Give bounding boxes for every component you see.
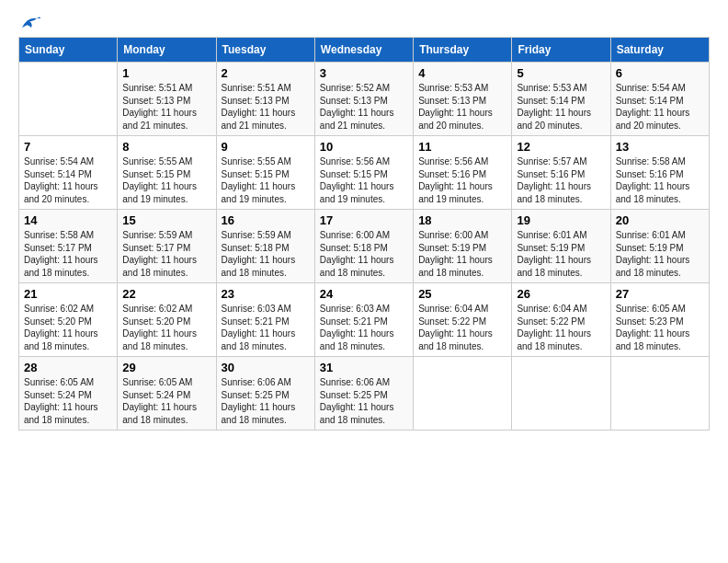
header-saturday: Saturday xyxy=(610,38,709,63)
week-row-2: 7 Sunrise: 5:54 AM Sunset: 5:14 PM Dayli… xyxy=(19,136,710,210)
day-number: 22 xyxy=(122,287,210,301)
page-header xyxy=(18,18,710,28)
calendar-header-row: SundayMondayTuesdayWednesdayThursdayFrid… xyxy=(19,38,710,63)
week-row-3: 14 Sunrise: 5:58 AM Sunset: 5:17 PM Dayl… xyxy=(19,210,710,283)
day-info: Sunrise: 5:51 AM Sunset: 5:13 PM Dayligh… xyxy=(222,82,310,132)
day-cell: 23 Sunrise: 6:03 AM Sunset: 5:21 PM Dayl… xyxy=(216,283,314,357)
day-number: 9 xyxy=(222,140,310,154)
day-cell: 5 Sunrise: 5:53 AM Sunset: 5:14 PM Dayli… xyxy=(512,63,610,136)
day-info: Sunrise: 6:06 AM Sunset: 5:25 PM Dayligh… xyxy=(320,376,408,426)
day-number: 21 xyxy=(24,287,112,301)
day-info: Sunrise: 5:55 AM Sunset: 5:15 PM Dayligh… xyxy=(222,155,310,205)
day-number: 17 xyxy=(320,213,408,227)
day-cell: 19 Sunrise: 6:01 AM Sunset: 5:19 PM Dayl… xyxy=(512,210,610,283)
day-cell xyxy=(414,357,512,431)
day-info: Sunrise: 5:55 AM Sunset: 5:15 PM Dayligh… xyxy=(122,155,210,205)
day-cell xyxy=(512,357,610,431)
day-info: Sunrise: 5:53 AM Sunset: 5:13 PM Dayligh… xyxy=(418,82,506,132)
day-cell: 11 Sunrise: 5:56 AM Sunset: 5:16 PM Dayl… xyxy=(414,136,512,210)
header-monday: Monday xyxy=(118,38,216,63)
day-number: 11 xyxy=(418,140,506,154)
day-info: Sunrise: 5:58 AM Sunset: 5:16 PM Dayligh… xyxy=(616,155,704,205)
day-info: Sunrise: 6:06 AM Sunset: 5:25 PM Dayligh… xyxy=(222,376,310,426)
day-info: Sunrise: 5:54 AM Sunset: 5:14 PM Dayligh… xyxy=(616,82,704,132)
header-thursday: Thursday xyxy=(414,38,512,63)
header-friday: Friday xyxy=(512,38,610,63)
day-number: 14 xyxy=(24,213,112,227)
day-cell: 2 Sunrise: 5:51 AM Sunset: 5:13 PM Dayli… xyxy=(216,63,314,136)
day-cell: 21 Sunrise: 6:02 AM Sunset: 5:20 PM Dayl… xyxy=(19,283,118,357)
day-number: 7 xyxy=(24,140,112,154)
week-row-5: 28 Sunrise: 6:05 AM Sunset: 5:24 PM Dayl… xyxy=(19,357,710,431)
day-number: 28 xyxy=(24,361,112,374)
day-number: 20 xyxy=(616,213,704,227)
day-info: Sunrise: 5:56 AM Sunset: 5:16 PM Dayligh… xyxy=(418,155,506,205)
day-cell: 27 Sunrise: 6:05 AM Sunset: 5:23 PM Dayl… xyxy=(610,283,709,357)
day-info: Sunrise: 5:59 AM Sunset: 5:18 PM Dayligh… xyxy=(222,229,310,279)
day-info: Sunrise: 6:02 AM Sunset: 5:20 PM Dayligh… xyxy=(122,303,210,352)
header-sunday: Sunday xyxy=(19,38,118,63)
day-info: Sunrise: 6:05 AM Sunset: 5:24 PM Dayligh… xyxy=(122,376,210,426)
day-cell: 13 Sunrise: 5:58 AM Sunset: 5:16 PM Dayl… xyxy=(610,136,709,210)
day-cell xyxy=(610,357,709,431)
day-cell: 25 Sunrise: 6:04 AM Sunset: 5:22 PM Dayl… xyxy=(414,283,512,357)
day-number: 16 xyxy=(222,213,310,227)
day-cell xyxy=(19,63,118,136)
day-cell: 1 Sunrise: 5:51 AM Sunset: 5:13 PM Dayli… xyxy=(118,63,216,136)
day-number: 5 xyxy=(517,66,605,80)
day-cell: 9 Sunrise: 5:55 AM Sunset: 5:15 PM Dayli… xyxy=(216,136,314,210)
day-cell: 7 Sunrise: 5:54 AM Sunset: 5:14 PM Dayli… xyxy=(19,136,118,210)
day-number: 27 xyxy=(616,287,704,301)
day-cell: 24 Sunrise: 6:03 AM Sunset: 5:21 PM Dayl… xyxy=(314,283,413,357)
day-number: 30 xyxy=(222,361,310,374)
day-cell: 29 Sunrise: 6:05 AM Sunset: 5:24 PM Dayl… xyxy=(118,357,216,431)
day-number: 8 xyxy=(122,140,210,154)
calendar-table: SundayMondayTuesdayWednesdayThursdayFrid… xyxy=(18,37,710,431)
day-info: Sunrise: 6:00 AM Sunset: 5:18 PM Dayligh… xyxy=(320,229,408,279)
day-info: Sunrise: 5:57 AM Sunset: 5:16 PM Dayligh… xyxy=(517,155,605,205)
day-number: 6 xyxy=(616,66,704,80)
day-cell: 8 Sunrise: 5:55 AM Sunset: 5:15 PM Dayli… xyxy=(118,136,216,210)
day-cell: 30 Sunrise: 6:06 AM Sunset: 5:25 PM Dayl… xyxy=(216,357,314,431)
day-cell: 28 Sunrise: 6:05 AM Sunset: 5:24 PM Dayl… xyxy=(19,357,118,431)
day-info: Sunrise: 6:05 AM Sunset: 5:24 PM Dayligh… xyxy=(24,376,112,426)
day-cell: 31 Sunrise: 6:06 AM Sunset: 5:25 PM Dayl… xyxy=(314,357,413,431)
logo xyxy=(18,18,40,28)
calendar-body: 1 Sunrise: 5:51 AM Sunset: 5:13 PM Dayli… xyxy=(19,63,710,431)
day-cell: 15 Sunrise: 5:59 AM Sunset: 5:17 PM Dayl… xyxy=(118,210,216,283)
day-info: Sunrise: 5:51 AM Sunset: 5:13 PM Dayligh… xyxy=(122,82,210,132)
day-cell: 14 Sunrise: 5:58 AM Sunset: 5:17 PM Dayl… xyxy=(19,210,118,283)
day-cell: 17 Sunrise: 6:00 AM Sunset: 5:18 PM Dayl… xyxy=(314,210,413,283)
day-number: 19 xyxy=(517,213,605,227)
day-cell: 22 Sunrise: 6:02 AM Sunset: 5:20 PM Dayl… xyxy=(118,283,216,357)
day-cell: 12 Sunrise: 5:57 AM Sunset: 5:16 PM Dayl… xyxy=(512,136,610,210)
day-info: Sunrise: 5:52 AM Sunset: 5:13 PM Dayligh… xyxy=(320,82,408,132)
day-info: Sunrise: 5:59 AM Sunset: 5:17 PM Dayligh… xyxy=(122,229,210,279)
day-info: Sunrise: 6:05 AM Sunset: 5:23 PM Dayligh… xyxy=(616,303,704,352)
header-tuesday: Tuesday xyxy=(216,38,314,63)
day-info: Sunrise: 5:58 AM Sunset: 5:17 PM Dayligh… xyxy=(24,229,112,279)
day-number: 15 xyxy=(122,213,210,227)
day-number: 12 xyxy=(517,140,605,154)
logo-bird-icon xyxy=(20,15,40,31)
day-info: Sunrise: 5:56 AM Sunset: 5:15 PM Dayligh… xyxy=(320,155,408,205)
day-cell: 3 Sunrise: 5:52 AM Sunset: 5:13 PM Dayli… xyxy=(314,63,413,136)
day-info: Sunrise: 5:53 AM Sunset: 5:14 PM Dayligh… xyxy=(517,82,605,132)
day-number: 1 xyxy=(122,66,210,80)
day-number: 3 xyxy=(320,66,408,80)
day-number: 10 xyxy=(320,140,408,154)
day-number: 13 xyxy=(616,140,704,154)
day-info: Sunrise: 6:00 AM Sunset: 5:19 PM Dayligh… xyxy=(418,229,506,279)
day-cell: 20 Sunrise: 6:01 AM Sunset: 5:19 PM Dayl… xyxy=(610,210,709,283)
day-info: Sunrise: 6:04 AM Sunset: 5:22 PM Dayligh… xyxy=(418,303,506,352)
header-wednesday: Wednesday xyxy=(314,38,413,63)
week-row-4: 21 Sunrise: 6:02 AM Sunset: 5:20 PM Dayl… xyxy=(19,283,710,357)
day-cell: 18 Sunrise: 6:00 AM Sunset: 5:19 PM Dayl… xyxy=(414,210,512,283)
day-number: 18 xyxy=(418,213,506,227)
day-cell: 10 Sunrise: 5:56 AM Sunset: 5:15 PM Dayl… xyxy=(314,136,413,210)
day-cell: 6 Sunrise: 5:54 AM Sunset: 5:14 PM Dayli… xyxy=(610,63,709,136)
day-number: 4 xyxy=(418,66,506,80)
day-number: 29 xyxy=(122,361,210,374)
day-info: Sunrise: 6:01 AM Sunset: 5:19 PM Dayligh… xyxy=(517,229,605,279)
day-info: Sunrise: 5:54 AM Sunset: 5:14 PM Dayligh… xyxy=(24,155,112,205)
